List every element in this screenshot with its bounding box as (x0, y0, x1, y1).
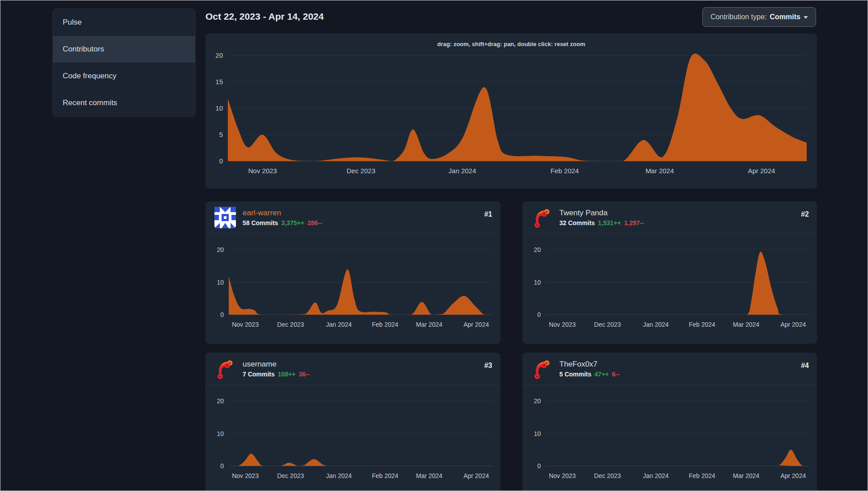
contribution-type-dropdown[interactable]: Contribution type: Commits (702, 7, 816, 27)
svg-text:Feb 2024: Feb 2024 (372, 472, 398, 479)
main-activity-chart[interactable]: 05101520Nov 2023Dec 2023Jan 2024Feb 2024… (205, 50, 817, 183)
svg-text:10: 10 (534, 430, 541, 437)
contributor-name-link[interactable]: earl-warren (243, 209, 322, 218)
svg-text:10: 10 (217, 279, 224, 286)
svg-text:Apr 2024: Apr 2024 (780, 321, 806, 328)
svg-text:20: 20 (534, 397, 541, 405)
svg-text:Dec 2023: Dec 2023 (277, 321, 304, 328)
svg-text:Jan 2024: Jan 2024 (326, 321, 352, 328)
commit-count: 32 Commits (560, 219, 595, 226)
svg-text:Mar 2024: Mar 2024 (416, 321, 442, 328)
svg-text:0: 0 (220, 462, 224, 470)
contributor-card: earl-warren 58 Commits 3,375++ 286-- #1 … (205, 201, 500, 344)
contributor-activity-chart[interactable]: 01020Nov 2023Dec 2023Jan 2024Feb 2024Mar… (522, 397, 817, 486)
svg-text:Jan 2024: Jan 2024 (643, 321, 669, 328)
contributor-activity-chart[interactable]: 01020Nov 2023Dec 2023Jan 2024Feb 2024Mar… (522, 246, 817, 334)
svg-text:Feb 2024: Feb 2024 (688, 321, 715, 328)
svg-text:15: 15 (215, 78, 223, 85)
sidebar-item-code-frequency[interactable]: Code frequency (53, 63, 195, 90)
svg-text:Mar 2024: Mar 2024 (733, 321, 759, 328)
contributor-identity: Twenty Panda 32 Commits 1,531++ 1,297-- (560, 209, 644, 226)
svg-text:Feb 2024: Feb 2024 (551, 167, 579, 175)
date-range-heading: Oct 22, 2023 - Apr 14, 2024 (205, 11, 324, 22)
svg-text:Dec 2023: Dec 2023 (594, 472, 621, 479)
contributor-rank: #1 (484, 207, 492, 218)
commit-count: 5 Commits (560, 371, 592, 378)
svg-text:0: 0 (537, 311, 541, 318)
contributor-identity: earl-warren 58 Commits 3,375++ 286-- (243, 209, 322, 226)
svg-text:Apr 2024: Apr 2024 (463, 321, 489, 328)
contributor-card-header: Twenty Panda 32 Commits 1,531++ 1,297-- … (522, 201, 817, 234)
contributor-name-link[interactable]: Twenty Panda (560, 209, 644, 218)
sidebar-item-pulse[interactable]: Pulse (53, 9, 195, 36)
contributors-page: Pulse Contributors Code frequency Recent… (0, 0, 868, 491)
forgejo-logo-avatar (214, 358, 236, 380)
svg-text:10: 10 (215, 104, 223, 112)
svg-text:Nov 2023: Nov 2023 (232, 321, 259, 328)
svg-text:Jan 2024: Jan 2024 (449, 167, 476, 175)
commit-count: 7 Commits (243, 371, 275, 378)
svg-text:20: 20 (215, 51, 223, 59)
svg-text:Feb 2024: Feb 2024 (372, 321, 398, 328)
deletions-count: 1,297-- (624, 219, 644, 226)
svg-text:Mar 2024: Mar 2024 (416, 472, 442, 479)
commit-count: 58 Commits (243, 219, 278, 226)
additions-count: 47++ (594, 371, 609, 378)
svg-text:0: 0 (537, 462, 541, 470)
deletions-count: 36-- (299, 371, 310, 378)
sidebar-item-contributors[interactable]: Contributors (53, 36, 195, 63)
svg-text:20: 20 (534, 246, 541, 253)
contributor-cards-grid: earl-warren 58 Commits 3,375++ 286-- #1 … (205, 201, 817, 491)
sidebar-item-recent-commits[interactable]: Recent commits (53, 90, 195, 116)
contributor-stats: 5 Commits 47++ 6-- (560, 371, 620, 378)
contributor-card-header: TheFox0x7 5 Commits 47++ 6-- #4 (522, 353, 817, 385)
contribution-type-value: Commits (770, 13, 800, 21)
additions-count: 108++ (278, 371, 296, 378)
svg-text:Jan 2024: Jan 2024 (326, 472, 352, 479)
forgejo-logo-avatar (531, 358, 553, 380)
svg-text:Apr 2024: Apr 2024 (463, 472, 489, 479)
contributor-stats: 58 Commits 3,375++ 286-- (243, 219, 322, 226)
contributor-name-link[interactable]: username (243, 360, 310, 369)
svg-text:0: 0 (219, 157, 223, 165)
svg-text:Nov 2023: Nov 2023 (549, 321, 576, 328)
svg-text:Jan 2024: Jan 2024 (643, 472, 669, 479)
svg-text:10: 10 (534, 279, 541, 286)
svg-text:20: 20 (217, 397, 224, 405)
contributor-rank: #2 (801, 207, 809, 218)
svg-text:Dec 2023: Dec 2023 (346, 167, 375, 175)
contributor-stats: 32 Commits 1,531++ 1,297-- (560, 219, 644, 226)
contributor-name-link[interactable]: TheFox0x7 (560, 360, 620, 369)
svg-text:10: 10 (217, 430, 224, 437)
contribution-type-label: Contribution type: (710, 13, 766, 21)
forgejo-logo-avatar (531, 207, 553, 228)
svg-text:Mar 2024: Mar 2024 (733, 472, 759, 479)
svg-text:Mar 2024: Mar 2024 (646, 167, 674, 175)
identicon-avatar (214, 207, 236, 228)
contributor-card: username 7 Commits 108++ 36-- #3 01020No… (205, 353, 500, 491)
svg-text:5: 5 (219, 131, 223, 138)
chevron-down-icon (804, 16, 808, 19)
additions-count: 3,375++ (281, 219, 304, 226)
svg-text:Feb 2024: Feb 2024 (688, 472, 715, 479)
svg-text:Nov 2023: Nov 2023 (549, 472, 576, 479)
contributor-activity-chart[interactable]: 01020Nov 2023Dec 2023Jan 2024Feb 2024Mar… (205, 246, 500, 334)
svg-text:Nov 2023: Nov 2023 (232, 472, 259, 479)
contributor-activity-chart[interactable]: 01020Nov 2023Dec 2023Jan 2024Feb 2024Mar… (205, 397, 500, 486)
contributor-card: Twenty Panda 32 Commits 1,531++ 1,297-- … (522, 201, 817, 344)
additions-count: 1,531++ (598, 219, 621, 226)
svg-text:Apr 2024: Apr 2024 (780, 472, 806, 479)
svg-text:Apr 2024: Apr 2024 (748, 167, 775, 175)
contributor-card-header: earl-warren 58 Commits 3,375++ 286-- #1 (205, 201, 500, 234)
svg-text:Dec 2023: Dec 2023 (594, 321, 621, 328)
svg-text:20: 20 (217, 246, 224, 253)
contributor-rank: #3 (484, 358, 492, 370)
deletions-count: 286-- (308, 219, 322, 226)
contributor-identity: TheFox0x7 5 Commits 47++ 6-- (560, 360, 620, 378)
contributor-rank: #4 (801, 358, 809, 370)
contributor-card: TheFox0x7 5 Commits 47++ 6-- #4 01020Nov… (522, 353, 817, 491)
deletions-count: 6-- (612, 371, 620, 378)
chart-zoom-hint: drag: zoom, shift+drag: pan, double clic… (205, 34, 817, 47)
overall-activity-card: drag: zoom, shift+drag: pan, double clic… (205, 34, 817, 188)
contributor-card-header: username 7 Commits 108++ 36-- #3 (205, 353, 500, 385)
